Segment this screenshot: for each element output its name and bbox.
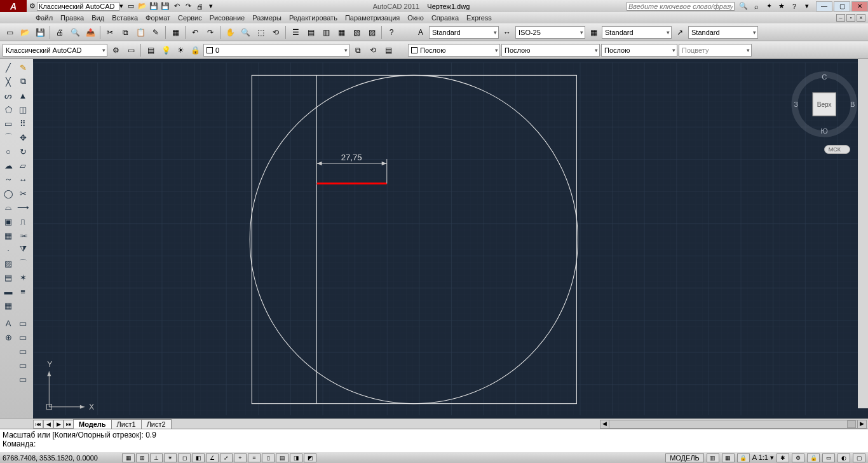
menu-dimension[interactable]: Размеры bbox=[252, 14, 281, 22]
binoculars-icon[interactable]: 🔍 bbox=[738, 1, 749, 11]
toolbar-lock[interactable]: 🔒 bbox=[807, 453, 820, 462]
markup-button[interactable]: ▧ bbox=[349, 25, 363, 39]
block-editor-button[interactable]: ▦ bbox=[168, 25, 182, 39]
copy-button[interactable]: ⧉ bbox=[118, 25, 132, 39]
rotate-tool[interactable]: ↻ bbox=[16, 144, 30, 158]
tab-last-button[interactable]: ⏭ bbox=[64, 420, 74, 429]
snap-toggle[interactable]: ▦ bbox=[122, 453, 135, 462]
help-search-input[interactable] bbox=[627, 2, 735, 11]
hatch-tool[interactable]: ▨ bbox=[1, 256, 15, 270]
open-button[interactable]: 📂 bbox=[18, 25, 32, 39]
gradient-tool[interactable]: ▤ bbox=[1, 270, 15, 284]
dimstyle-icon[interactable]: ↔ bbox=[500, 25, 514, 39]
point-tool[interactable]: · bbox=[1, 242, 15, 256]
menu-modify[interactable]: Редактировать bbox=[289, 14, 337, 22]
arc-tool[interactable]: ⌒ bbox=[1, 130, 15, 144]
chevron-down-icon[interactable]: ▾ bbox=[802, 1, 812, 11]
clean-screen[interactable]: ▢ bbox=[853, 453, 865, 462]
spline-tool[interactable]: ～ bbox=[1, 172, 15, 186]
plot-button[interactable]: 🖨 bbox=[53, 25, 67, 39]
explode-tool[interactable]: ✶ bbox=[16, 270, 30, 284]
draworder4-tool[interactable]: ▭ bbox=[16, 358, 30, 372]
join-tool[interactable]: ⫘ bbox=[16, 228, 30, 242]
make-block-tool[interactable]: ▦ bbox=[1, 228, 15, 242]
annoscale-label[interactable]: A 1:1 ▾ bbox=[752, 453, 774, 462]
minimize-button[interactable]: — bbox=[816, 1, 832, 11]
draworder5-tool[interactable]: ▭ bbox=[16, 372, 30, 386]
extend-tool[interactable]: ⟶ bbox=[16, 200, 30, 214]
menu-parametric[interactable]: Параметризация bbox=[345, 14, 400, 22]
ortho-toggle[interactable]: ⊥ bbox=[150, 453, 163, 462]
menu-file[interactable]: Файл bbox=[36, 14, 53, 22]
grid-toggle[interactable]: ⊞ bbox=[136, 453, 149, 462]
array-tool[interactable]: ⠿ bbox=[16, 116, 30, 130]
cut-button[interactable]: ✂ bbox=[103, 25, 117, 39]
workspace-settings-button[interactable]: ⚙ bbox=[109, 43, 123, 57]
mdi-close[interactable]: × bbox=[857, 14, 865, 22]
designcenter-button[interactable]: ▤ bbox=[304, 25, 318, 39]
textstyle-dropdown[interactable]: Standard bbox=[429, 26, 499, 39]
construction-line-tool[interactable]: ╳ bbox=[1, 74, 15, 88]
plot-icon[interactable]: 🖨 bbox=[194, 1, 205, 11]
layer-match-button[interactable]: ▤ bbox=[381, 43, 395, 57]
mirror-tool[interactable]: ▲ bbox=[16, 88, 30, 102]
am-toggle[interactable]: ◩ bbox=[304, 453, 316, 462]
command-prompt[interactable]: Команда: bbox=[3, 439, 865, 448]
trim-tool[interactable]: ✂ bbox=[16, 186, 30, 200]
zoom-button[interactable]: 🔍 bbox=[238, 25, 252, 39]
drawing-canvas[interactable]: 27,75 X Y С Ю В З Верх bbox=[33, 59, 868, 418]
close-button[interactable]: ✕ bbox=[851, 1, 868, 11]
qp-toggle[interactable]: ▤ bbox=[276, 453, 288, 462]
preview-button[interactable]: 🔍 bbox=[68, 25, 82, 39]
sc-toggle[interactable]: ◨ bbox=[290, 453, 302, 462]
qnew-button[interactable]: ▭ bbox=[3, 25, 17, 39]
draworder2-tool[interactable]: ▭ bbox=[16, 330, 30, 344]
zoom-previous-button[interactable]: ⟲ bbox=[269, 25, 283, 39]
align-tool[interactable]: ≡ bbox=[16, 284, 30, 298]
menu-format[interactable]: Формат bbox=[146, 14, 170, 22]
save-icon[interactable]: 💾 bbox=[149, 1, 159, 11]
insert-block-tool[interactable]: ▣ bbox=[1, 214, 15, 228]
otrack-toggle[interactable]: ∠ bbox=[206, 453, 219, 462]
chamfer-tool[interactable]: ⧩ bbox=[16, 242, 30, 256]
layer-iso-button[interactable]: ⧉ bbox=[351, 43, 365, 57]
ducs-toggle[interactable]: ⤢ bbox=[220, 453, 233, 462]
save-button[interactable]: 💾 bbox=[33, 25, 47, 39]
rectangle-tool[interactable]: ▭ bbox=[1, 116, 15, 130]
region-tool[interactable]: ▬ bbox=[1, 284, 15, 298]
undo-button[interactable]: ↶ bbox=[188, 25, 202, 39]
textstyle-icon[interactable]: A bbox=[414, 25, 428, 39]
annovisibility-toggle[interactable]: ✱ bbox=[776, 453, 789, 462]
matchprop-button[interactable]: ✎ bbox=[149, 25, 163, 39]
stretch-tool[interactable]: ↔ bbox=[16, 172, 30, 186]
maximize-button[interactable]: ▢ bbox=[834, 1, 850, 11]
tab-next-button[interactable]: ▶ bbox=[53, 420, 64, 429]
linetype-dropdown[interactable]: Послою bbox=[501, 44, 600, 57]
layer-lock-icon[interactable]: 🔒 bbox=[188, 43, 202, 57]
tpy-toggle[interactable]: ▯ bbox=[262, 453, 275, 462]
menu-window[interactable]: Окно bbox=[407, 14, 424, 22]
tab-first-button[interactable]: ⏮ bbox=[33, 420, 43, 429]
draworder-tool[interactable]: ▭ bbox=[16, 316, 30, 330]
layer-sun-icon[interactable]: ☀ bbox=[173, 43, 187, 57]
ellipse-tool[interactable]: ◯ bbox=[1, 186, 15, 200]
properties-button[interactable]: ☰ bbox=[288, 25, 302, 39]
plotstyle-dropdown[interactable]: Поцвету bbox=[679, 44, 752, 57]
draworder3-tool[interactable]: ▭ bbox=[16, 344, 30, 358]
3dosnap-toggle[interactable]: ◧ bbox=[192, 453, 205, 462]
offset-tool[interactable]: ◫ bbox=[16, 102, 30, 116]
copy-tool[interactable]: ⧉ bbox=[16, 74, 30, 88]
paste-button[interactable]: 📋 bbox=[133, 25, 147, 39]
model-paper-toggle[interactable]: МОДЕЛЬ bbox=[665, 453, 704, 462]
menu-edit[interactable]: Правка bbox=[60, 14, 84, 22]
app-logo[interactable]: A bbox=[0, 0, 27, 12]
erase-tool[interactable]: ✎ bbox=[16, 60, 30, 74]
menu-express[interactable]: Express bbox=[466, 14, 492, 22]
polyline-tool[interactable]: ᔕ bbox=[1, 88, 15, 102]
hardware-accel[interactable]: ▭ bbox=[822, 453, 835, 462]
color-dropdown[interactable]: Послою bbox=[408, 44, 500, 57]
move-tool[interactable]: ✥ bbox=[16, 130, 30, 144]
tablestyle-icon[interactable]: ▦ bbox=[587, 25, 600, 39]
tab-model[interactable]: Модель bbox=[73, 419, 112, 429]
coords-readout[interactable]: 6768.7408, 3535.1520, 0.0000 bbox=[3, 454, 117, 462]
